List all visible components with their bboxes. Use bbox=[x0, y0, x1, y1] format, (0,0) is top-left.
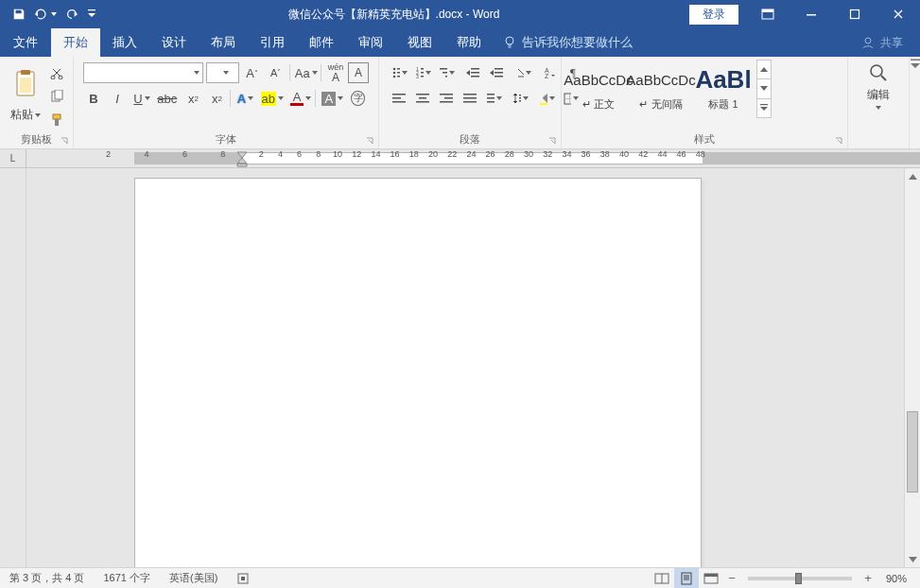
page-indicator[interactable]: 第 3 页，共 4 页 bbox=[0, 568, 94, 588]
svg-rect-9 bbox=[20, 78, 31, 93]
underline-button[interactable]: U bbox=[130, 88, 151, 109]
tell-me-search[interactable]: 告诉我你想要做什么 bbox=[494, 28, 642, 57]
tab-design[interactable]: 设计 bbox=[149, 28, 199, 57]
svg-rect-41 bbox=[392, 101, 406, 103]
font-name-combo[interactable] bbox=[83, 62, 203, 83]
font-size-combo[interactable] bbox=[206, 62, 238, 83]
login-button[interactable]: 登录 bbox=[689, 5, 738, 25]
paste-split-button[interactable]: 粘贴 bbox=[10, 107, 41, 123]
change-case-button[interactable]: Aa bbox=[292, 62, 318, 83]
bullets-button[interactable] bbox=[389, 62, 409, 83]
character-shading-button[interactable]: A bbox=[319, 88, 344, 109]
share-button[interactable]: 共享 bbox=[861, 28, 920, 57]
svg-rect-47 bbox=[440, 101, 453, 103]
svg-rect-33 bbox=[471, 76, 479, 78]
document-area[interactable] bbox=[26, 168, 904, 567]
style-normal[interactable]: AaBbCcDc ↵ 正文 bbox=[567, 60, 630, 118]
scroll-down-button[interactable] bbox=[905, 551, 920, 567]
lightbulb-icon bbox=[503, 36, 516, 49]
tab-selector[interactable]: L bbox=[0, 149, 26, 167]
font-color-button[interactable]: A bbox=[287, 88, 312, 109]
strikethrough-button[interactable]: abc bbox=[154, 88, 180, 109]
tab-insert[interactable]: 插入 bbox=[100, 28, 149, 57]
font-launcher[interactable] bbox=[363, 134, 376, 147]
svg-rect-50 bbox=[463, 101, 477, 103]
gallery-scroll-up[interactable] bbox=[757, 61, 771, 79]
hanging-indent-marker[interactable] bbox=[236, 157, 248, 167]
scroll-thumb[interactable] bbox=[907, 411, 918, 493]
save-button[interactable] bbox=[6, 0, 32, 28]
zoom-out-button[interactable]: − bbox=[723, 568, 740, 589]
ribbon-display-options-button[interactable] bbox=[746, 0, 790, 28]
redo-button[interactable] bbox=[59, 0, 85, 28]
align-center-button[interactable] bbox=[412, 88, 433, 109]
paste-button[interactable] bbox=[8, 61, 43, 106]
character-border-button[interactable]: A bbox=[348, 62, 369, 83]
decrease-indent-button[interactable] bbox=[462, 62, 483, 83]
subscript-button[interactable]: x2 bbox=[182, 88, 203, 109]
styles-launcher[interactable] bbox=[832, 134, 845, 147]
style-no-spacing[interactable]: AaBbCcDc ↵ 无间隔 bbox=[630, 60, 692, 118]
vertical-ruler[interactable] bbox=[0, 168, 26, 567]
sort-button[interactable]: AZ bbox=[539, 62, 560, 83]
zoom-slider[interactable] bbox=[748, 577, 852, 580]
horizontal-ruler[interactable]: 8642246810121416182022242628303234363840… bbox=[26, 149, 920, 167]
editing-dropdown[interactable]: 编辑 bbox=[854, 61, 903, 132]
zoom-in-button[interactable]: + bbox=[859, 568, 877, 589]
qat-customize-button[interactable] bbox=[85, 0, 98, 28]
cut-button[interactable] bbox=[46, 62, 67, 83]
minimize-button[interactable] bbox=[790, 0, 833, 28]
decrease-font-size-button[interactable]: A˅ bbox=[266, 62, 286, 83]
language-indicator[interactable]: 英语(美国) bbox=[160, 568, 227, 588]
web-layout-button[interactable] bbox=[699, 568, 723, 589]
tab-home[interactable]: 开始 bbox=[51, 28, 100, 57]
zoom-level[interactable]: 90% bbox=[877, 568, 920, 588]
numbering-button[interactable]: 123 bbox=[412, 62, 433, 83]
increase-indent-button[interactable] bbox=[486, 62, 507, 83]
align-justify-button[interactable] bbox=[460, 88, 480, 109]
line-spacing-button[interactable] bbox=[510, 88, 530, 109]
print-layout-button[interactable] bbox=[674, 568, 699, 589]
zoom-slider-thumb[interactable] bbox=[795, 573, 802, 584]
italic-button[interactable]: I bbox=[107, 88, 128, 109]
gallery-scroll-down[interactable] bbox=[757, 79, 771, 98]
tab-review[interactable]: 审阅 bbox=[346, 28, 395, 57]
macro-recording-button[interactable] bbox=[227, 568, 259, 588]
tab-layout[interactable]: 布局 bbox=[199, 28, 248, 57]
paragraph-launcher[interactable] bbox=[546, 134, 559, 147]
format-painter-button[interactable] bbox=[46, 110, 67, 130]
bold-button[interactable]: B bbox=[83, 88, 104, 109]
multilevel-list-button[interactable] bbox=[436, 62, 457, 83]
clipboard-launcher[interactable] bbox=[58, 134, 71, 147]
tab-mail[interactable]: 邮件 bbox=[297, 28, 346, 57]
svg-rect-55 bbox=[519, 97, 521, 99]
align-left-button[interactable] bbox=[389, 88, 409, 109]
style-heading-1[interactable]: AaBl 标题 1 bbox=[692, 60, 755, 118]
undo-button[interactable] bbox=[32, 0, 59, 28]
highlight-button[interactable]: ab bbox=[257, 88, 285, 109]
copy-button[interactable] bbox=[46, 86, 67, 107]
maximize-button[interactable] bbox=[833, 0, 877, 28]
collapse-ribbon-button[interactable] bbox=[909, 57, 920, 148]
align-distributed-button[interactable] bbox=[483, 88, 504, 109]
scroll-track[interactable] bbox=[905, 184, 920, 551]
share-label: 共享 bbox=[880, 35, 903, 51]
increase-font-size-button[interactable]: A˄ bbox=[242, 62, 263, 83]
tab-file[interactable]: 文件 bbox=[0, 28, 51, 57]
text-direction-button[interactable] bbox=[512, 62, 533, 83]
close-button[interactable] bbox=[877, 0, 920, 28]
enclose-characters-button[interactable]: 字 bbox=[347, 88, 369, 109]
read-mode-button[interactable] bbox=[650, 568, 674, 589]
shading-button[interactable] bbox=[536, 88, 557, 109]
scroll-up-button[interactable] bbox=[905, 168, 920, 184]
page[interactable] bbox=[134, 178, 702, 567]
tab-view[interactable]: 视图 bbox=[395, 28, 444, 57]
gallery-expand[interactable] bbox=[757, 99, 771, 117]
phonetic-guide-button[interactable]: wénA bbox=[324, 62, 345, 83]
tab-references[interactable]: 引用 bbox=[248, 28, 297, 57]
word-count[interactable]: 1671 个字 bbox=[94, 568, 160, 588]
align-right-button[interactable] bbox=[436, 88, 457, 109]
superscript-button[interactable]: x2 bbox=[206, 88, 227, 109]
text-effects-button[interactable]: A bbox=[234, 88, 254, 109]
tab-help[interactable]: 帮助 bbox=[444, 28, 494, 57]
